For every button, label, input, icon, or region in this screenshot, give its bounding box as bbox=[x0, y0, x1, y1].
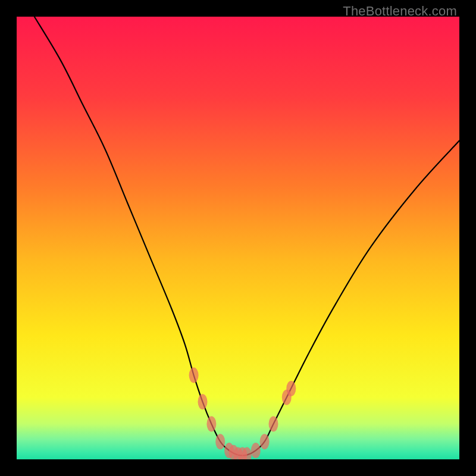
curve-marker bbox=[286, 381, 296, 396]
chart-svg bbox=[17, 17, 459, 459]
curve-marker bbox=[269, 416, 278, 432]
curve-marker bbox=[251, 443, 261, 458]
chart-frame: TheBottleneck.com bbox=[0, 0, 476, 476]
gradient-background bbox=[17, 17, 459, 459]
plot-area bbox=[17, 17, 459, 459]
curve-marker bbox=[215, 434, 225, 449]
curve-marker bbox=[260, 434, 270, 449]
curve-marker bbox=[206, 416, 216, 432]
curve-marker bbox=[189, 368, 199, 383]
curve-marker bbox=[198, 394, 208, 409]
